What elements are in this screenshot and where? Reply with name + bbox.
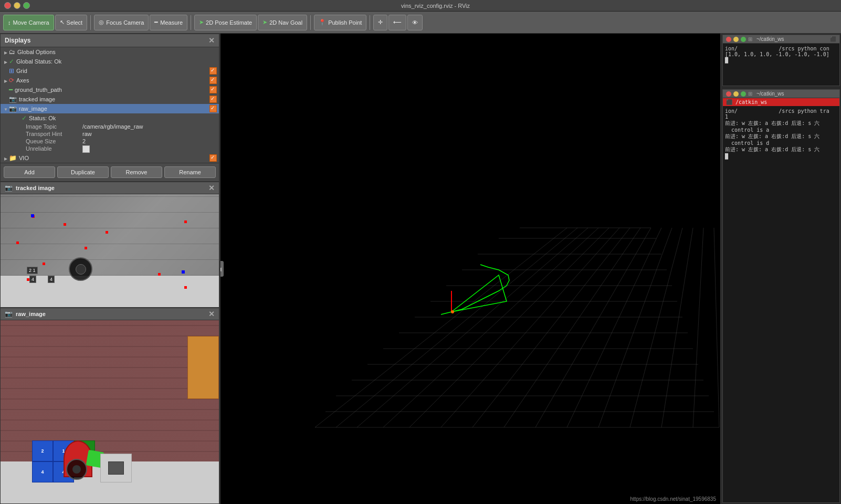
tracked-image-checkbox[interactable]: [209, 96, 217, 103]
svg-line-11: [630, 228, 682, 427]
svg-line-12: [661, 228, 693, 427]
tree-item-raw-image[interactable]: 📷 raw_image: [1, 104, 219, 113]
tree-item-global-options[interactable]: 🗂 Global Options: [1, 47, 219, 57]
toolbar-separator-2: [191, 15, 191, 30]
toolbar-separator-3: [310, 15, 311, 30]
term1-close[interactable]: [726, 37, 731, 42]
displays-header: Displays ✕: [1, 34, 219, 47]
prop-transport-hint: Transport Hint raw: [1, 130, 219, 138]
extra-button-3[interactable]: 👁: [407, 15, 423, 30]
collapse-panel-button[interactable]: ◀: [220, 261, 224, 277]
check-icon: ✓: [9, 58, 14, 65]
move-camera-button[interactable]: ↕ Move Camera: [3, 15, 54, 30]
term2-close[interactable]: [726, 91, 731, 97]
vio-checkbox[interactable]: [209, 154, 217, 162]
minimize-button[interactable]: [14, 2, 20, 9]
prop-image-topic: Image Topic /camera/rgb/image_raw: [1, 123, 219, 130]
tree-item-tracked-image[interactable]: 📷 tracked image: [1, 94, 219, 104]
svg-line-0: [315, 228, 567, 427]
axes-checkbox[interactable]: [209, 77, 217, 84]
raw-image-content: 2 1 4 4: [1, 320, 219, 503]
panel-buttons: Add Duplicate Remove Rename: [1, 163, 219, 181]
term2-icon: ⊞: [748, 91, 752, 97]
tree-item-vio[interactable]: 📁 VIO: [1, 153, 219, 163]
prop-queue-size: Queue Size 2: [1, 138, 219, 145]
raw-image-close[interactable]: ✕: [208, 310, 215, 318]
displays-title: Displays: [5, 37, 30, 44]
raw-image-subpanel: 📷 raw_image ✕ 2 1 4 4: [0, 308, 219, 504]
tree-item-grid[interactable]: ⊞ Grid: [1, 66, 219, 76]
collapse-icon: ◀: [220, 266, 222, 272]
arrow-icon: ⟵: [393, 19, 402, 26]
red-bar-icon: ⬛: [726, 99, 732, 105]
displays-close[interactable]: ✕: [208, 36, 215, 45]
svg-point-31: [451, 310, 454, 313]
term1-max[interactable]: [741, 37, 746, 42]
tracked-image-content: 2 1 4 4: [1, 194, 219, 307]
close-button[interactable]: [4, 2, 11, 9]
axes-icon: ⟳: [9, 77, 14, 84]
raw-image-title: raw_image: [16, 311, 46, 317]
focus-camera-button[interactable]: ◎ Focus Camera: [94, 15, 149, 30]
tracked-image-close[interactable]: ✕: [208, 184, 215, 192]
duplicate-button[interactable]: Duplicate: [57, 166, 109, 178]
right-panel: ⊞ ~/catkin_ws ⬛ ion/ /srcs python con [1…: [720, 34, 841, 504]
maximize-button[interactable]: [23, 2, 30, 9]
svg-line-10: [598, 228, 672, 427]
publish-icon: 📍: [319, 19, 326, 26]
eye-icon: 👁: [412, 19, 418, 26]
add-button[interactable]: Add: [4, 166, 55, 178]
3d-view[interactable]: ◀: [220, 34, 720, 504]
expand-icon: [3, 49, 9, 55]
tracked-image-header: 📷 tracked image ✕: [1, 182, 219, 194]
svg-line-5: [441, 228, 619, 427]
svg-line-6: [472, 228, 630, 427]
unreliable-checkbox[interactable]: [82, 145, 90, 153]
pose-estimate-button[interactable]: ➤ 2D Pose Estimate: [194, 15, 257, 30]
raw-image-checkbox[interactable]: [209, 105, 217, 112]
publish-point-button[interactable]: 📍 Publish Point: [314, 15, 366, 30]
left-panel: Displays ✕ 🗂 Global Options ✓ Global Sta…: [0, 34, 220, 504]
extra-button-1[interactable]: ✛: [373, 15, 387, 30]
nav-goal-button[interactable]: ➤ 2D Nav Goal: [258, 15, 307, 30]
plus-icon: ✛: [378, 19, 383, 26]
pose-icon: ➤: [199, 19, 204, 26]
nav-icon: ➤: [262, 19, 267, 26]
tree-item-status-ok[interactable]: ✓ Status: Ok: [1, 113, 219, 123]
measure-icon: ━: [154, 19, 158, 26]
svg-line-1: [336, 228, 577, 427]
tree-item-ground-truth[interactable]: ━ ground_truth_path: [1, 85, 219, 94]
svg-line-9: [567, 228, 661, 427]
tree-item-global-status[interactable]: ✓ Global Status: Ok: [1, 57, 219, 66]
term1-min[interactable]: [733, 37, 739, 42]
terminal-1-titlebar: ⊞ ~/catkin_ws ⬛: [723, 35, 839, 44]
select-button[interactable]: ↖ Select: [55, 15, 88, 30]
move-camera-icon: ↕: [8, 19, 11, 26]
rename-button[interactable]: Rename: [164, 166, 216, 178]
status-ok-icon: ✓: [22, 114, 27, 122]
term1-extra-icon: ⬛: [830, 36, 836, 42]
ground-truth-checkbox[interactable]: [209, 86, 217, 93]
raw-image-panel-icon: 📷: [5, 310, 13, 318]
displays-panel: Displays ✕ 🗂 Global Options ✓ Global Sta…: [0, 34, 219, 182]
camera-icon: 📷: [9, 96, 17, 103]
term2-max[interactable]: [741, 91, 746, 97]
terminal-1: ⊞ ~/catkin_ws ⬛ ion/ /srcs python con [1…: [722, 35, 840, 86]
measure-button[interactable]: ━ Measure: [150, 15, 187, 30]
tree-item-axes[interactable]: ⟳ Axes: [1, 76, 219, 85]
grid-checkbox[interactable]: [209, 67, 217, 75]
vio-icon: 📁: [9, 154, 17, 162]
tracked-image-subpanel: 📷 tracked image ✕: [0, 182, 219, 308]
window-controls: [4, 2, 30, 9]
select-icon: ↖: [60, 19, 65, 26]
camera-icon-2: 📷: [9, 105, 17, 112]
expand-icon-4: [3, 106, 9, 112]
tracked-image-title: tracked image: [16, 185, 55, 191]
svg-line-2: [357, 228, 588, 427]
remove-button[interactable]: Remove: [111, 166, 162, 178]
focus-icon: ◎: [99, 19, 104, 26]
main-layout: Displays ✕ 🗂 Global Options ✓ Global Sta…: [0, 34, 841, 504]
term2-min[interactable]: [733, 91, 739, 97]
expand-icon-2: [3, 59, 9, 65]
extra-button-2[interactable]: ⟵: [388, 15, 406, 30]
